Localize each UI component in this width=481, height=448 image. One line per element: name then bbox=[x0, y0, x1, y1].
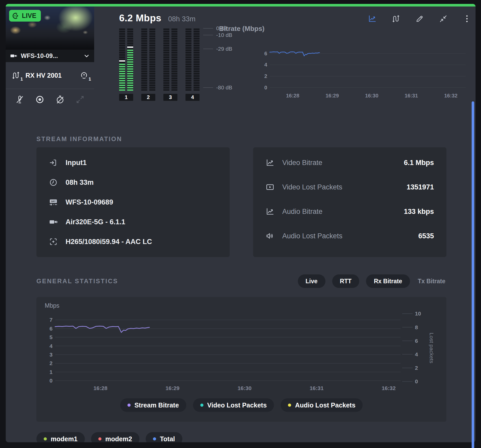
legend-label: Audio Lost Packets bbox=[295, 401, 355, 409]
stream-detail-row: 08h 33m bbox=[49, 177, 217, 187]
svg-text:0: 0 bbox=[415, 378, 418, 384]
stream-detail-text: Air320E-5G - 6.1.1 bbox=[66, 218, 125, 226]
meter-bar bbox=[163, 28, 169, 91]
stat-label: Audio Bitrate bbox=[282, 208, 396, 216]
svg-text:16:32: 16:32 bbox=[444, 93, 457, 98]
svg-text:16:30: 16:30 bbox=[238, 385, 252, 391]
stream-stat-row: Video Lost Packets1351971 bbox=[266, 182, 434, 192]
stream-stats-card: Video Bitrate6.1 MbpsVideo Lost Packets1… bbox=[253, 147, 446, 257]
legend-stream-bitrate[interactable]: Stream Bitrate bbox=[120, 398, 186, 412]
svg-text:16:29: 16:29 bbox=[325, 93, 339, 98]
svg-text:16:28: 16:28 bbox=[93, 385, 107, 391]
svg-text:2: 2 bbox=[264, 73, 267, 79]
svg-text:16:31: 16:31 bbox=[405, 93, 418, 98]
db-tick bbox=[203, 28, 213, 29]
stream-stat-row: Video Bitrate6.1 Mbps bbox=[266, 158, 434, 168]
svg-text:16:30: 16:30 bbox=[365, 93, 378, 98]
legend-dot bbox=[200, 404, 203, 407]
interfaces-view-button[interactable] bbox=[392, 14, 400, 23]
legend-dot bbox=[288, 404, 291, 407]
live-badge: LIVE bbox=[9, 10, 41, 22]
microphone-muted-button[interactable] bbox=[15, 95, 24, 104]
stat-value: 6.1 Mbps bbox=[404, 159, 434, 167]
live-badge-label: LIVE bbox=[22, 12, 36, 19]
timer-off-icon bbox=[55, 95, 65, 104]
collapse-button[interactable] bbox=[439, 14, 448, 23]
stream-controls bbox=[6, 89, 94, 110]
edit-button[interactable] bbox=[415, 14, 424, 23]
svg-text:Lost packets: Lost packets bbox=[429, 333, 435, 363]
stream-detail-row: SRTWFS-10-09689 bbox=[49, 197, 217, 207]
meter-channel-label: 2 bbox=[141, 94, 155, 101]
meter-channel-label: 3 bbox=[163, 94, 177, 101]
stream-stat-row: Audio Bitrate133 kbps bbox=[266, 207, 434, 216]
mic-off-icon bbox=[15, 95, 24, 104]
stream-details-card: Input108h 33mSRTWFS-10-09689Air320E-5G -… bbox=[36, 147, 230, 257]
timer-off-button[interactable] bbox=[55, 95, 65, 104]
svg-text:16:29: 16:29 bbox=[165, 385, 179, 391]
bitrate-summary: 6.2 Mbps 08h 33m bbox=[119, 13, 195, 24]
current-bitrate: 6.2 Mbps bbox=[119, 13, 161, 24]
legend-total[interactable]: Total bbox=[146, 432, 182, 442]
collapse-icon bbox=[439, 14, 448, 23]
meter-bar bbox=[141, 28, 147, 91]
receiver-name: RX HV 2001 bbox=[25, 72, 80, 79]
legend-video-lost-packets[interactable]: Video Lost Packets bbox=[193, 398, 274, 412]
record-icon bbox=[35, 95, 44, 104]
audio-meter-channel-2: 2 bbox=[141, 28, 155, 101]
trend-chart-icon bbox=[266, 207, 274, 216]
meter-bar bbox=[194, 28, 200, 91]
more-menu-button[interactable] bbox=[463, 14, 471, 23]
header-main: 6.2 Mbps 08h 33m 1234 0 dB-10 dB-29 dB-8… bbox=[94, 6, 476, 110]
stat-label: Audio Lost Packets bbox=[282, 232, 411, 240]
device-selector[interactable]: WFS-10-09... bbox=[6, 50, 94, 62]
db-tick bbox=[203, 49, 213, 49]
audio-meter-channel-1: 1 bbox=[119, 28, 133, 101]
live-status-bar bbox=[6, 4, 476, 6]
stream-detail-text: H265/1080i59.94 - AAC LC bbox=[66, 238, 152, 246]
svg-text:16:31: 16:31 bbox=[310, 385, 324, 391]
svg-text:5: 5 bbox=[49, 334, 53, 340]
series-stream-bitrate bbox=[55, 326, 149, 332]
svg-text:6: 6 bbox=[264, 51, 267, 56]
graph-view-button[interactable] bbox=[368, 14, 377, 23]
interfaces-count-badge: 1 bbox=[11, 71, 20, 80]
camera-icon bbox=[10, 52, 17, 60]
interfaces-icon bbox=[392, 14, 400, 23]
record-button[interactable] bbox=[35, 95, 44, 104]
legend-modem2[interactable]: modem2 bbox=[91, 432, 139, 442]
db-tick bbox=[203, 35, 213, 35]
svg-text:16:32: 16:32 bbox=[382, 385, 396, 391]
stream-detail-row: Input1 bbox=[49, 158, 217, 168]
filter-tx-bitrate[interactable]: Tx Bitrate bbox=[417, 274, 446, 288]
chart-legend: Stream BitrateVideo Lost PacketsAudio Lo… bbox=[36, 398, 446, 412]
stat-value: 1351971 bbox=[407, 183, 434, 191]
db-tick bbox=[203, 87, 213, 88]
scrollbar-thumb[interactable] bbox=[472, 101, 474, 448]
filter-rtt[interactable]: RTT bbox=[332, 274, 360, 288]
stream-detail-row: H265/1080i59.94 - AAC LC bbox=[49, 237, 217, 247]
filter-live[interactable]: Live bbox=[298, 274, 325, 288]
svg-text:16:28: 16:28 bbox=[286, 93, 299, 98]
legend-audio-lost-packets[interactable]: Audio Lost Packets bbox=[281, 398, 363, 412]
meter-bar bbox=[127, 28, 133, 91]
general-statistics-chart-panel: Mbps 0123456716:2816:2916:3016:3116:3202… bbox=[36, 297, 446, 422]
camera-count: 1 bbox=[89, 77, 91, 82]
svg-text:2: 2 bbox=[49, 360, 53, 366]
video-thumbnail[interactable]: LIVE bbox=[6, 6, 94, 50]
legend-label: Total bbox=[160, 435, 175, 443]
legend-modem1[interactable]: modem1 bbox=[36, 432, 85, 442]
legend-dot bbox=[127, 404, 131, 407]
expand-button[interactable] bbox=[75, 95, 85, 104]
speaker-icon bbox=[266, 232, 274, 240]
legend-label: modem1 bbox=[51, 435, 78, 443]
general-statistics-section: GENERAL STATISTICS LiveRTTRx BitrateTx B… bbox=[6, 274, 476, 422]
header-actions bbox=[368, 14, 471, 23]
svg-text:0: 0 bbox=[49, 378, 53, 384]
filter-rx-bitrate[interactable]: Rx Bitrate bbox=[366, 274, 410, 288]
bitrate-mini-chart: Bitrate (Mbps) 024616:2816:2916:3016:311… bbox=[218, 25, 471, 102]
clock-icon bbox=[49, 178, 58, 187]
trend-chart-icon bbox=[266, 158, 274, 167]
audio-meter-channel-4: 4 bbox=[185, 28, 200, 101]
bitrate-mini: 024616:2816:2916:3016:3116:32 bbox=[218, 34, 468, 101]
